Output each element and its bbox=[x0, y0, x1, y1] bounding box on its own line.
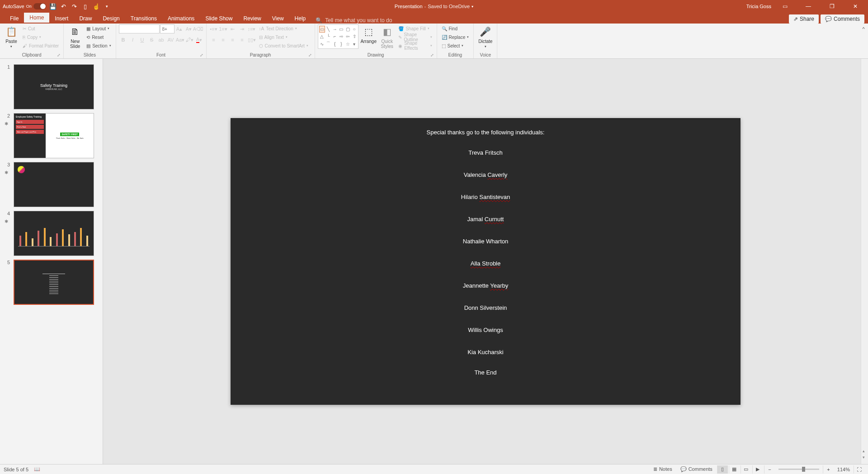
spell-check-icon[interactable]: 📖 bbox=[34, 466, 40, 472]
tab-insert[interactable]: Insert bbox=[49, 14, 74, 24]
credit-name[interactable]: Jamal Curnutt bbox=[467, 216, 504, 223]
zoom-level[interactable]: 114% bbox=[835, 467, 853, 472]
start-from-beginning-icon[interactable]: ▯ bbox=[81, 2, 90, 10]
slide-thumbnail-4[interactable] bbox=[14, 211, 94, 256]
credit-name[interactable]: Alla Stroble bbox=[471, 260, 501, 267]
tab-transitions[interactable]: Transitions bbox=[125, 14, 162, 24]
shapes-gallery[interactable]: ▭ ╲ → ▭ ▢ ○ △ └ ⌐ ⇨ ⇦ ⇧ ∿ ⌒ { } ☆ ▾ bbox=[318, 24, 359, 49]
save-status[interactable]: Saved to OneDrive bbox=[428, 4, 470, 9]
clipboard-launcher-icon[interactable]: ⤢ bbox=[57, 53, 61, 57]
minimize-button[interactable]: — bbox=[798, 0, 818, 13]
credit-name[interactable]: Valencia Caverly bbox=[464, 171, 508, 178]
select-button[interactable]: ⬚Select▾ bbox=[440, 42, 471, 50]
reset-button[interactable]: ⟲Reset bbox=[85, 33, 113, 41]
tell-me-search[interactable]: 🔍 bbox=[311, 17, 420, 24]
shape-l-icon[interactable]: ⌐ bbox=[332, 33, 338, 40]
replace-button[interactable]: 🔄Replace▾ bbox=[440, 33, 471, 41]
shape-elbow-icon[interactable]: └ bbox=[326, 33, 331, 40]
vertical-scrollbar[interactable]: ▴ ▾ bbox=[861, 59, 868, 464]
font-size-input[interactable] bbox=[160, 24, 175, 33]
credit-name[interactable]: Treva Fritsch bbox=[468, 149, 502, 156]
save-status-dropdown-icon[interactable]: ▾ bbox=[472, 5, 473, 9]
close-button[interactable]: ✕ bbox=[845, 0, 865, 13]
quick-styles-button[interactable]: ◧ Quick Styles bbox=[378, 24, 396, 50]
credit-name[interactable]: Donn Silverstein bbox=[464, 304, 507, 311]
shape-arrow2-icon[interactable]: ⇨ bbox=[338, 33, 344, 40]
ribbon-display-options-icon[interactable]: ▭ bbox=[775, 0, 795, 13]
shape-freeform-icon[interactable]: ⌒ bbox=[326, 41, 331, 47]
autosave-switch[interactable] bbox=[33, 3, 46, 9]
shape-line-icon[interactable]: ╲ bbox=[326, 26, 331, 33]
shape-more-icon[interactable]: ▾ bbox=[351, 41, 357, 47]
layout-button[interactable]: ▦Layout▾ bbox=[85, 24, 113, 33]
fit-to-window-icon[interactable]: ⛶ bbox=[854, 465, 864, 474]
notes-button[interactable]: ≣Notes bbox=[650, 466, 676, 472]
paragraph-launcher-icon[interactable]: ⤢ bbox=[308, 53, 312, 57]
shape-curve-icon[interactable]: ∿ bbox=[319, 41, 325, 47]
font-name-input[interactable] bbox=[119, 24, 160, 33]
zoom-slider[interactable] bbox=[778, 469, 819, 470]
slide-thumbnail-5[interactable] bbox=[14, 260, 94, 305]
tab-animations[interactable]: Animations bbox=[162, 14, 200, 24]
credit-name[interactable]: Willis Owings bbox=[468, 327, 503, 333]
paste-dropdown-icon[interactable]: ▾ bbox=[10, 45, 12, 48]
shape-brace-l-icon[interactable]: { bbox=[332, 41, 338, 47]
tab-view[interactable]: View bbox=[267, 14, 289, 24]
drawing-launcher-icon[interactable]: ⤢ bbox=[430, 53, 434, 57]
tab-draw[interactable]: Draw bbox=[74, 14, 97, 24]
paste-button[interactable]: 📋 Paste ▾ bbox=[3, 24, 20, 49]
new-slide-button[interactable]: 🗎 New Slide bbox=[66, 24, 84, 50]
zoom-out-icon[interactable]: − bbox=[764, 465, 775, 474]
shape-roundrect-icon[interactable]: ▢ bbox=[345, 26, 351, 33]
reading-view-icon[interactable]: ▭ bbox=[741, 465, 751, 474]
zoom-in-icon[interactable]: + bbox=[823, 465, 834, 474]
slide-thumbnail-3[interactable] bbox=[14, 162, 94, 207]
slide-end[interactable]: The End bbox=[474, 369, 496, 376]
tab-review[interactable]: Review bbox=[238, 14, 266, 24]
shape-rect-icon[interactable]: ▭ bbox=[338, 26, 344, 33]
shape-arrow3-icon[interactable]: ⇦ bbox=[345, 33, 351, 40]
credit-name[interactable]: Jeannette Yearby bbox=[463, 282, 508, 289]
shape-triangle-icon[interactable]: △ bbox=[319, 33, 325, 40]
shape-brace-r-icon[interactable]: } bbox=[338, 41, 344, 47]
redo-icon[interactable]: ↷ bbox=[71, 2, 79, 10]
prev-slide-icon[interactable]: ▴ bbox=[863, 449, 865, 453]
share-button[interactable]: ⇗ Share bbox=[789, 14, 819, 24]
qat-customize-icon[interactable]: ▾ bbox=[103, 2, 111, 10]
credit-name[interactable]: Hilario Santistevan bbox=[461, 194, 510, 200]
tab-design[interactable]: Design bbox=[97, 14, 125, 24]
undo-icon[interactable]: ↶ bbox=[60, 2, 68, 10]
slide-thumbnail-1[interactable]: Safety Training FABRIKAM, LLC bbox=[14, 64, 94, 109]
font-launcher-icon[interactable]: ⤢ bbox=[200, 53, 203, 57]
credits-list[interactable]: Treva FritschValencia CaverlyHilario San… bbox=[461, 149, 510, 356]
slide-canvas[interactable]: Special thanks go to the following indiv… bbox=[231, 118, 741, 405]
tell-me-input[interactable] bbox=[325, 17, 415, 24]
autosave-toggle[interactable]: AutoSave On bbox=[3, 3, 46, 9]
save-icon[interactable]: 💾 bbox=[49, 2, 57, 10]
collapse-ribbon-icon[interactable]: ^ bbox=[859, 24, 868, 33]
arrange-button[interactable]: ⬚ Arrange bbox=[359, 24, 377, 45]
shape-textbox-icon[interactable]: ▭ bbox=[319, 26, 325, 33]
find-button[interactable]: 🔍Find bbox=[440, 24, 471, 33]
credit-name[interactable]: Nathalie Wharton bbox=[463, 238, 508, 245]
section-button[interactable]: ▤Section▾ bbox=[85, 42, 113, 50]
restore-button[interactable]: ❐ bbox=[822, 0, 842, 13]
tab-help[interactable]: Help bbox=[289, 14, 311, 24]
next-slide-icon[interactable]: ▾ bbox=[863, 455, 865, 460]
shape-star-icon[interactable]: ☆ bbox=[345, 41, 351, 47]
slide-thumbnails-panel[interactable]: 1 Safety Training FABRIKAM, LLC 2 ✱ Empl… bbox=[0, 59, 103, 464]
dictate-button[interactable]: 🎤 Dictate ▾ bbox=[476, 24, 494, 49]
slide-heading[interactable]: Special thanks go to the following indiv… bbox=[427, 129, 545, 136]
slide-editor[interactable]: Special thanks go to the following indiv… bbox=[103, 59, 868, 464]
touch-mode-icon[interactable]: ☝ bbox=[92, 2, 100, 10]
tab-home[interactable]: Home bbox=[24, 13, 49, 24]
sorter-view-icon[interactable]: ▦ bbox=[729, 465, 740, 474]
shape-oval-icon[interactable]: ○ bbox=[351, 26, 357, 33]
comments-button[interactable]: 💬Comments bbox=[677, 466, 716, 472]
slide-indicator[interactable]: Slide 5 of 5 bbox=[4, 467, 28, 472]
normal-view-icon[interactable]: ▯ bbox=[717, 465, 728, 474]
shape-arrow-icon[interactable]: → bbox=[332, 26, 338, 33]
comments-button[interactable]: 💬 Comments bbox=[821, 14, 864, 24]
user-name[interactable]: Tricia Goss bbox=[746, 4, 771, 9]
slide-thumbnail-2[interactable]: Employee Safety Training Sign In Find a … bbox=[14, 113, 94, 158]
